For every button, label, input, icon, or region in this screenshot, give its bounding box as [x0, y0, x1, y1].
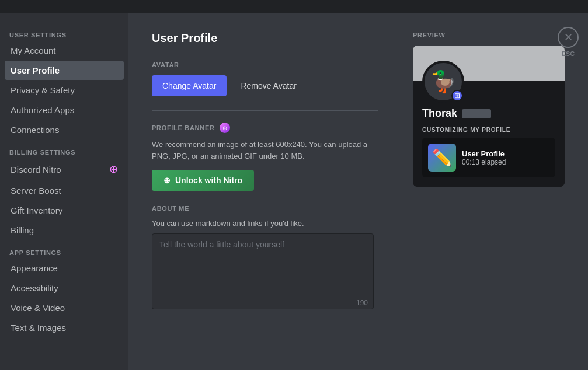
nitro-icon: ⊕: [109, 163, 118, 176]
sidebar-item-label: My Account: [11, 46, 56, 55]
about-me-hint: You can use markdown and links if you'd …: [152, 219, 378, 228]
about-me-hint-text: You can use markdown and links if you'd …: [152, 219, 304, 228]
sidebar-item-label: Authorized Apps: [11, 105, 74, 115]
about-me-textarea-wrap: 190: [152, 233, 374, 312]
profile-avatar-wrap: 🦆 ⊞: [422, 61, 464, 103]
user-settings-label: User Settings: [5, 27, 124, 41]
nitro-badge-icon: ⊕: [220, 123, 230, 133]
sidebar-item-billing[interactable]: Billing: [5, 221, 124, 240]
char-count: 190: [356, 299, 368, 307]
activity-elapsed: 00:13 elapsed: [462, 158, 506, 166]
sidebar-item-label: Voice & Video: [11, 303, 65, 313]
avatar-buttons: Change Avatar Remove Avatar: [152, 75, 378, 96]
sidebar-item-label: Gift Inventory: [11, 205, 62, 215]
close-esc-label: ESC: [562, 50, 575, 57]
avatar-section-label: Avatar: [152, 61, 378, 68]
profile-banner-row: Profile Banner ⊕: [152, 123, 378, 133]
main-layout: User Settings My Account User Profile Pr…: [0, 13, 588, 370]
app-settings-label: App Settings: [5, 245, 124, 259]
sidebar-item-label: Connections: [11, 125, 59, 135]
about-me-textarea[interactable]: [152, 233, 374, 309]
sidebar-item-label: Privacy & Safety: [11, 85, 75, 95]
sidebar-item-voice-video[interactable]: Voice & Video: [5, 298, 124, 317]
sidebar-item-accessibility[interactable]: Accessibility: [5, 278, 124, 298]
sidebar-item-my-account[interactable]: My Account: [5, 41, 124, 60]
profile-banner-label: Profile Banner: [152, 124, 215, 131]
sidebar-item-appearance[interactable]: Appearance: [5, 259, 124, 278]
sidebar-item-text-images[interactable]: Text & Images: [5, 318, 124, 337]
activity-card: ✏️ User Profile 00:13 elapsed: [422, 138, 555, 177]
divider-1: [152, 110, 378, 111]
avatar-add-icon: ⊞: [451, 90, 463, 102]
activity-icon: ✏️: [428, 144, 456, 172]
profile-username: Thorak: [422, 107, 555, 120]
username-tag-blur: [462, 109, 491, 118]
close-icon: ✕: [564, 31, 573, 44]
sidebar-item-label: Server Boost: [11, 186, 61, 196]
sidebar-item-connections[interactable]: Connections: [5, 120, 124, 139]
activity-info: User Profile 00:13 elapsed: [462, 149, 506, 166]
about-me-label: About Me: [152, 205, 378, 212]
sidebar-item-privacy-safety[interactable]: Privacy & Safety: [5, 81, 124, 100]
change-avatar-button[interactable]: Change Avatar: [152, 75, 227, 96]
sidebar: User Settings My Account User Profile Pr…: [0, 13, 128, 370]
preview-label: Preview: [413, 32, 576, 39]
banner-hint: We recommend an image of at least 600x24…: [152, 139, 374, 162]
sidebar-item-gift-inventory[interactable]: Gift Inventory: [5, 201, 124, 220]
sidebar-item-label: Discord Nitro: [11, 165, 61, 174]
sidebar-item-discord-nitro[interactable]: Discord Nitro ⊕: [5, 158, 124, 180]
sidebar-item-server-boost[interactable]: Server Boost: [5, 181, 124, 200]
activity-title: User Profile: [462, 149, 506, 158]
nitro-button-icon: ⊕: [163, 176, 171, 185]
unlock-nitro-label: Unlock with Nitro: [175, 176, 242, 185]
top-bar: [0, 0, 588, 13]
sidebar-item-label: Accessibility: [11, 283, 58, 293]
billing-settings-label: Billing Settings: [5, 144, 124, 158]
sidebar-item-label: Text & Images: [11, 323, 66, 333]
add-symbol: ⊞: [454, 92, 460, 100]
remove-avatar-button[interactable]: Remove Avatar: [234, 75, 303, 96]
profile-card: 🦆 ⊞ Thorak Customizing My Profile ✏️ Use…: [413, 46, 565, 187]
sidebar-item-label: Billing: [11, 225, 34, 235]
sidebar-item-label: Appearance: [11, 263, 58, 273]
close-circle: ✕: [558, 27, 579, 48]
close-button[interactable]: ✕ ESC: [558, 27, 579, 57]
customizing-label: Customizing My Profile: [422, 127, 555, 133]
sidebar-item-authorized-apps[interactable]: Authorized Apps: [5, 100, 124, 120]
preview-panel: Preview 🦆 ⊞ Thorak Customizing My: [401, 13, 588, 370]
unlock-nitro-button[interactable]: ⊕ Unlock with Nitro: [152, 170, 254, 191]
about-me-section: About Me You can use markdown and links …: [152, 205, 378, 312]
sidebar-item-label: User Profile: [11, 65, 60, 75]
page-title: User Profile: [152, 32, 378, 45]
sidebar-item-user-profile[interactable]: User Profile: [5, 61, 124, 80]
username-text: Thorak: [422, 107, 457, 120]
content-area: User Profile Avatar Change Avatar Remove…: [128, 13, 401, 370]
profile-card-body: 🦆 ⊞ Thorak Customizing My Profile ✏️ Use…: [413, 81, 565, 187]
